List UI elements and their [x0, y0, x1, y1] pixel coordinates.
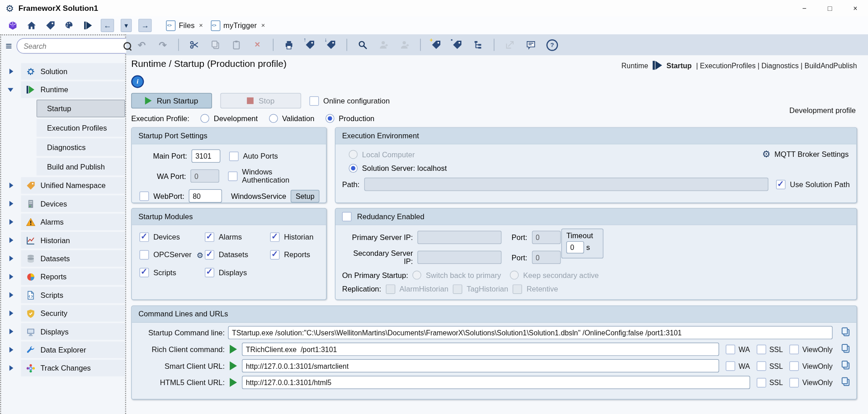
tab-close-icon[interactable]: ×: [261, 22, 265, 29]
setup-button[interactable]: Setup: [291, 189, 320, 202]
checkbox[interactable]: [790, 361, 799, 371]
forward-icon[interactable]: →: [138, 19, 151, 32]
checkbox[interactable]: [205, 250, 214, 259]
webport-input[interactable]: [189, 189, 222, 202]
paste-icon[interactable]: [231, 39, 242, 50]
hamburger-menu-icon[interactable]: ≡: [5, 40, 12, 52]
draw-icon[interactable]: [63, 19, 75, 32]
help-icon[interactable]: ?: [547, 39, 558, 51]
checkbox[interactable]: [140, 250, 149, 259]
secondary-server-ip-input[interactable]: [417, 251, 501, 264]
chevron-right-icon[interactable]: [9, 237, 14, 243]
sidebar-item-track-changes[interactable]: Track Changes: [1, 360, 125, 376]
opcserver-settings-gear-icon[interactable]: ⚙: [197, 250, 203, 259]
open-external-icon[interactable]: [505, 39, 515, 50]
tree-view-icon[interactable]: [473, 39, 484, 50]
ssl-checkbox[interactable]: SSL: [757, 378, 783, 387]
breadcrumb-startup[interactable]: Startup: [666, 61, 692, 69]
run-startup-button[interactable]: Run Startup: [131, 93, 212, 108]
undo-icon[interactable]: ↶: [136, 39, 147, 50]
local-computer-radio[interactable]: [349, 150, 358, 159]
profile-validation-radio[interactable]: Validation: [269, 114, 315, 123]
module-alarms[interactable]: Alarms: [205, 232, 270, 242]
use-solution-path-checkbox[interactable]: Use Solution Path: [776, 179, 850, 189]
radio[interactable]: [510, 271, 519, 280]
primary-port-input[interactable]: [532, 231, 561, 244]
copy-icon[interactable]: [840, 359, 851, 372]
home-icon[interactable]: [25, 19, 38, 32]
checkbox[interactable]: [726, 344, 736, 354]
sidebar-item-diagnostics[interactable]: Diagnostics: [37, 138, 125, 156]
startup-command-input[interactable]: [228, 326, 832, 339]
chevron-down-icon[interactable]: [8, 88, 13, 92]
wa-checkbox[interactable]: WA: [726, 361, 750, 371]
module-datasets[interactable]: Datasets: [205, 250, 270, 259]
print-icon[interactable]: [283, 39, 294, 50]
delete-icon[interactable]: ×: [252, 39, 263, 50]
run-rich-client-icon[interactable]: [230, 345, 237, 354]
checkbox[interactable]: [205, 268, 214, 278]
checkbox[interactable]: [140, 232, 149, 242]
viewonly-checkbox[interactable]: ViewOnly: [790, 378, 833, 387]
chevron-right-icon[interactable]: [9, 365, 14, 371]
chevron-right-icon[interactable]: [9, 347, 14, 353]
sidebar-item-displays[interactable]: Displays: [1, 323, 125, 340]
sidebar-item-historian[interactable]: Historian: [1, 232, 125, 249]
search-icon[interactable]: [123, 42, 131, 50]
back-icon[interactable]: ←: [101, 19, 114, 32]
chevron-right-icon[interactable]: [9, 256, 14, 261]
viewonly-checkbox[interactable]: ViewOnly: [790, 361, 833, 371]
breadcrumb-runtime[interactable]: Runtime: [622, 61, 648, 69]
chevron-right-icon[interactable]: [9, 329, 14, 334]
windows-auth-checkbox[interactable]: Windows Authentication: [228, 168, 320, 184]
module-reports[interactable]: Reports: [270, 250, 319, 259]
module-devices[interactable]: Devices: [140, 232, 205, 242]
primary-server-ip-input[interactable]: [417, 231, 501, 244]
chevron-right-icon[interactable]: [9, 201, 14, 206]
retentive-checkbox[interactable]: Retentive: [513, 284, 558, 294]
close-icon[interactable]: ×: [843, 0, 868, 17]
redo-icon[interactable]: ↷: [157, 39, 168, 50]
run-icon[interactable]: [82, 19, 94, 32]
ssl-checkbox[interactable]: SSL: [757, 361, 783, 371]
remove-tag-icon[interactable]: ▪: [452, 39, 462, 50]
module-historian[interactable]: Historian: [270, 232, 319, 242]
checkbox[interactable]: [790, 378, 799, 387]
checkbox[interactable]: [790, 344, 799, 354]
find-next-icon[interactable]: [378, 39, 389, 50]
checkbox[interactable]: [386, 284, 395, 294]
checkbox[interactable]: [270, 250, 280, 259]
tab-files[interactable]: <> Files ×: [166, 20, 203, 31]
checkbox[interactable]: [453, 284, 462, 294]
keep-secondary-radio[interactable]: Keep secondary active: [510, 271, 599, 280]
checkbox[interactable]: [270, 232, 280, 242]
module-displays[interactable]: Displays: [205, 268, 270, 278]
profile-development-radio[interactable]: Development: [200, 114, 258, 123]
path-input[interactable]: [364, 178, 768, 191]
webport-checkbox[interactable]: [140, 191, 149, 201]
sidebar-item-unified-namespace[interactable]: Unified Namespace: [1, 177, 125, 194]
sidebar-item-reports[interactable]: Reports: [1, 268, 125, 285]
comment-icon[interactable]: [525, 39, 536, 50]
radio[interactable]: [413, 271, 422, 280]
taghistorian-checkbox[interactable]: TagHistorian: [453, 284, 509, 294]
checkbox[interactable]: [513, 284, 522, 294]
rich-client-command-input[interactable]: [242, 343, 719, 356]
checkbox[interactable]: [757, 344, 766, 354]
timeout-input[interactable]: [566, 241, 584, 254]
copy-icon[interactable]: [210, 39, 221, 50]
radio[interactable]: [326, 114, 335, 123]
checkbox[interactable]: [228, 171, 238, 181]
radio[interactable]: [200, 114, 209, 123]
redundancy-enabled-checkbox[interactable]: [342, 212, 352, 221]
ssl-checkbox[interactable]: SSL: [757, 344, 783, 354]
checkbox[interactable]: [229, 151, 239, 161]
run-html5-client-icon[interactable]: [230, 378, 237, 387]
checkbox[interactable]: [757, 378, 766, 387]
checkbox[interactable]: [205, 232, 214, 242]
sidebar-item-devices[interactable]: Devices: [1, 195, 125, 212]
sidebar-item-solution[interactable]: Solution: [1, 63, 125, 80]
sidebar-item-scripts[interactable]: Scripts: [1, 287, 125, 303]
sidebar-item-security[interactable]: Security: [1, 305, 125, 322]
add-tag-icon[interactable]: +: [431, 39, 442, 50]
